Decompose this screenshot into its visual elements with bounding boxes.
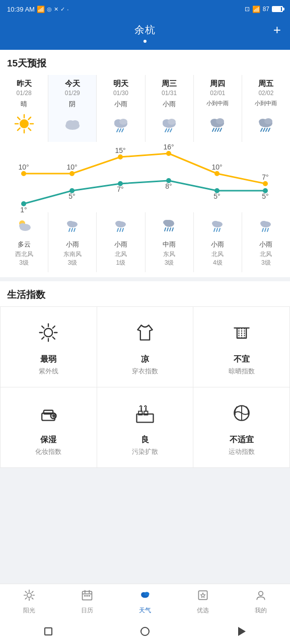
nav-calendar[interactable]: 日历 — [72, 589, 102, 615]
forecast-col-0: 昨天 01/28 晴 — [0, 75, 48, 142]
profile-nav-icon — [255, 589, 267, 604]
svg-point-14 — [119, 119, 127, 125]
pollution-label: 良 — [141, 435, 149, 445]
header: 余杭 + — [0, 18, 290, 50]
svg-point-76 — [163, 220, 170, 225]
level-3: 3级 — [165, 259, 174, 267]
life-item-pollution: 良 污染扩散 — [97, 387, 194, 468]
svg-text:10°: 10° — [18, 163, 29, 171]
svg-line-83 — [214, 228, 215, 231]
bottom-icon-0 — [15, 216, 33, 238]
nav-profile[interactable]: 我的 — [246, 589, 276, 615]
bottom-cond-1: 小雨 — [66, 240, 79, 249]
level-1: 3级 — [67, 259, 77, 267]
svg-text:5°: 5° — [262, 192, 268, 200]
svg-line-72 — [117, 228, 118, 231]
wifi-icon: 📶 — [252, 6, 260, 13]
nav-weather-label: 天气 — [139, 606, 151, 615]
svg-line-6 — [28, 128, 31, 131]
recent-apps-button[interactable] — [41, 624, 55, 638]
uv-label: 最弱 — [40, 354, 56, 365]
forecast-col-1: 今天 01/29 阴 — [48, 75, 97, 142]
svg-text:15°: 15° — [115, 146, 125, 154]
screen-icon: ⊡ — [245, 6, 250, 13]
svg-line-69 — [74, 228, 75, 231]
favorites-nav-icon — [197, 589, 209, 604]
check-icon: ✓ — [60, 6, 65, 13]
svg-line-27 — [212, 128, 214, 131]
forecast-col-2: 明天 01/30 小雨 — [97, 75, 145, 142]
svg-line-123 — [32, 591, 33, 593]
divider-1 — [0, 277, 290, 281]
nav-favorites[interactable]: 优选 — [188, 589, 218, 615]
bottom-cond-2: 小雨 — [114, 240, 127, 249]
svg-line-8 — [18, 128, 20, 131]
home-button[interactable] — [138, 624, 152, 638]
uv-icon — [37, 321, 59, 348]
bottom-cond-3: 中雨 — [163, 240, 176, 249]
bottom-nav: 阳光 日历 天气 — [0, 584, 290, 619]
icon-2 — [110, 113, 132, 135]
svg-point-64 — [19, 223, 26, 229]
forecast-col-5: 周五 02/02 小到中雨 — [242, 75, 290, 142]
svg-line-78 — [167, 228, 168, 231]
day-2: 明天 — [113, 79, 128, 89]
level-2: 1级 — [116, 259, 126, 267]
svg-point-91 — [44, 328, 53, 337]
svg-text:5°: 5° — [68, 192, 75, 200]
svg-line-77 — [165, 228, 166, 231]
nav-sunshine[interactable]: 阳光 — [14, 589, 44, 615]
svg-line-73 — [120, 228, 121, 231]
life-grid: 最弱 紫外线 凉 穿衣指数 — [0, 306, 290, 468]
svg-text:16°: 16° — [163, 143, 174, 151]
wind-1: 东南风 — [63, 250, 82, 259]
back-button[interactable] — [235, 624, 249, 638]
location-icon: ◎ — [47, 6, 52, 13]
svg-line-122 — [32, 598, 33, 599]
svg-line-67 — [69, 228, 70, 231]
svg-text:5°: 5° — [213, 192, 220, 200]
pollution-sublabel: 污染扩散 — [132, 447, 158, 456]
date-2: 01/30 — [113, 90, 128, 97]
svg-point-116 — [27, 593, 31, 598]
svg-rect-131 — [88, 595, 90, 597]
calendar-nav-icon — [81, 589, 93, 604]
svg-line-79 — [170, 228, 171, 231]
svg-line-74 — [122, 228, 123, 231]
nav-weather[interactable]: 天气 — [130, 589, 160, 615]
svg-line-88 — [262, 228, 263, 231]
svg-line-90 — [267, 228, 268, 231]
svg-line-124 — [25, 598, 27, 599]
nav-calendar-label: 日历 — [81, 606, 93, 615]
wind-2: 北风 — [115, 250, 127, 259]
battery-icon — [272, 6, 283, 12]
life-item-drying: 不宜 晾晒指数 — [193, 307, 290, 387]
wind-0: 西北风 — [15, 250, 33, 259]
svg-point-42 — [214, 171, 220, 176]
bottom-col-3: 中雨 东风 3级 — [146, 212, 194, 272]
svg-point-136 — [259, 591, 263, 596]
day-1: 今天 — [65, 79, 80, 89]
forecast-col-4: 周四 02/01 小到中雨 — [194, 75, 242, 142]
status-left: 10:39 AM 📶 ◎ ✕ ✓ · — [7, 6, 69, 13]
svg-line-29 — [218, 128, 219, 131]
level-4: 4级 — [213, 259, 223, 267]
svg-line-34 — [261, 128, 262, 131]
temperature-chart: 10° 10° 15° 16° 10° 7° 1° 5° 7° — [0, 142, 290, 212]
sports-icon — [231, 402, 253, 429]
bottom-cond-4: 小雨 — [211, 240, 224, 249]
svg-line-84 — [216, 228, 218, 231]
forecast-section: 15天预报 昨天 01/28 晴 — [0, 50, 290, 277]
cond-1: 阴 — [69, 100, 76, 109]
svg-line-98 — [53, 326, 55, 328]
cross-icon: ✕ — [54, 6, 58, 13]
svg-line-35 — [263, 128, 265, 131]
svg-line-121 — [25, 591, 27, 593]
life-item-uv: 最弱 紫外线 — [1, 307, 97, 387]
svg-line-37 — [268, 128, 270, 131]
add-button[interactable]: + — [273, 23, 281, 36]
icon-4 — [206, 113, 229, 135]
cond-4: 小到中雨 — [206, 100, 229, 109]
svg-text:10°: 10° — [211, 163, 222, 171]
bottom-col-5: 小雨 北风 3级 — [242, 212, 290, 272]
